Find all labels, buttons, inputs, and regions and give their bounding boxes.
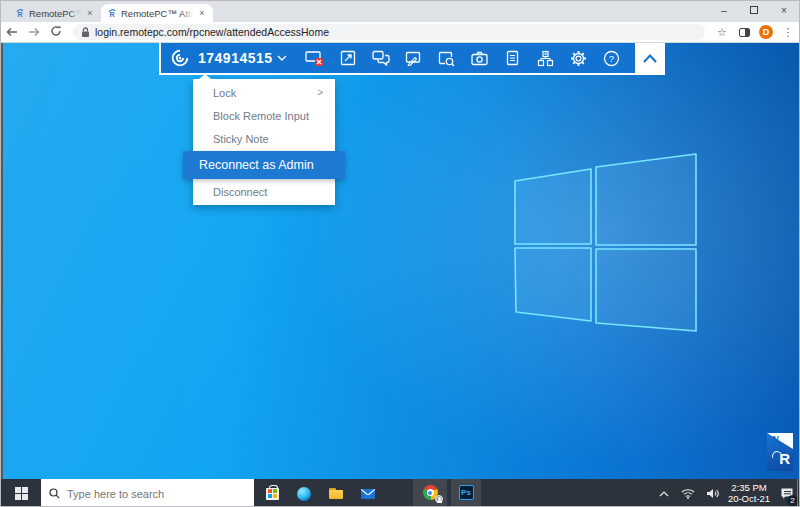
tray-expand-button[interactable] <box>653 479 675 507</box>
volume-button[interactable] <box>701 479 723 507</box>
address-bar: login.remotepc.com/rpcnew/attendedAccess… <box>1 22 799 43</box>
chrome-profile-badge <box>435 495 443 503</box>
wifi-icon <box>681 488 695 499</box>
action-center-button[interactable]: 2 <box>775 479 799 507</box>
svg-text:R: R <box>110 11 115 18</box>
help-icon: ? <box>603 50 620 67</box>
collapse-toolbar-button[interactable] <box>635 43 665 73</box>
chevron-up-icon <box>642 54 658 63</box>
mail-button[interactable] <box>353 479 383 507</box>
svg-text:R: R <box>18 11 23 18</box>
windows-taskbar: Ps 2:35 PM 20-Oct-21 2 <box>1 479 800 507</box>
tab-close-icon[interactable]: × <box>197 8 207 18</box>
windows-logo-icon <box>15 487 28 500</box>
chrome-button[interactable] <box>413 479 447 507</box>
edge-icon <box>297 487 311 501</box>
remote-deployment-button[interactable]: A <box>533 47 559 69</box>
taskbar-clock[interactable]: 2:35 PM 20-Oct-21 <box>725 479 773 507</box>
close-button[interactable]: × <box>769 1 799 19</box>
side-panel-button[interactable] <box>733 28 755 37</box>
tab-remotepc-attended[interactable]: R RemotePC™ Attended × <box>101 4 213 22</box>
chevron-down-icon <box>277 55 287 61</box>
clock-time: 2:35 PM <box>731 482 766 493</box>
lock-icon <box>81 27 90 38</box>
menu-item-block-remote-input[interactable]: Block Remote Input <box>193 104 335 127</box>
session-id: 174914515 <box>198 50 273 66</box>
mail-icon <box>361 489 375 499</box>
edge-button[interactable] <box>289 479 319 507</box>
menu-item-disconnect[interactable]: Disconnect <box>193 180 335 203</box>
reload-button[interactable] <box>45 23 67 41</box>
session-id-dropdown[interactable]: 174914515 <box>198 50 287 66</box>
photoshop-button[interactable]: Ps <box>451 479 481 507</box>
minimize-button[interactable]: – <box>709 1 739 19</box>
submenu-arrow-icon: > <box>317 87 323 98</box>
menu-item-reconnect-as-admin[interactable]: Reconnect as Admin <box>183 151 345 179</box>
microsoft-store-button[interactable] <box>257 479 287 507</box>
remotepc-watermark: N R <box>767 433 793 471</box>
svg-text:A: A <box>544 51 547 56</box>
search-input[interactable] <box>67 488 227 500</box>
browser-window: R RemotePC™ - Compu × R RemotePC™ Attend… <box>0 0 800 507</box>
menu-item-sticky-note[interactable]: Sticky Note <box>193 127 335 150</box>
tab-close-icon[interactable]: × <box>85 8 95 18</box>
whiteboard-icon <box>405 50 422 66</box>
file-explorer-button[interactable] <box>321 479 351 507</box>
notes-button[interactable] <box>500 47 526 69</box>
watermark-letter: R <box>779 450 790 467</box>
screenshot-camera-icon <box>471 51 488 66</box>
remotepc-toolbar-main: 174914515 <box>161 43 635 73</box>
screenshot-button[interactable] <box>467 47 493 69</box>
clock-date: 20-Oct-21 <box>728 493 770 504</box>
reload-icon <box>50 25 62 37</box>
maximize-icon <box>750 6 758 14</box>
stop-session-button[interactable] <box>302 47 328 69</box>
tab-title: RemotePC™ - Compu <box>29 8 81 19</box>
volume-icon <box>706 488 719 499</box>
notes-icon <box>506 50 519 66</box>
settings-gear-icon <box>570 50 587 67</box>
file-search-button[interactable] <box>434 47 460 69</box>
chat-button[interactable] <box>368 47 394 69</box>
forward-arrow-icon <box>28 27 40 37</box>
session-dropdown-menu: Lock > Block Remote Input Sticky Note Re… <box>193 79 335 205</box>
maximize-button[interactable] <box>739 1 769 19</box>
menu-item-lock[interactable]: Lock > <box>193 81 335 104</box>
back-arrow-icon <box>6 27 18 37</box>
remotepc-favicon: R <box>15 8 25 18</box>
scale-screen-button[interactable] <box>335 47 361 69</box>
system-tray: 2:35 PM 20-Oct-21 2 <box>653 479 800 507</box>
url-bar[interactable]: login.remotepc.com/rpcnew/attendedAccess… <box>73 24 705 40</box>
chat-icon <box>372 50 390 66</box>
tab-strip: R RemotePC™ - Compu × R RemotePC™ Attend… <box>1 1 799 22</box>
remotepc-favicon: R <box>107 8 117 18</box>
photoshop-icon: Ps <box>459 485 474 500</box>
whiteboard-button[interactable] <box>401 47 427 69</box>
side-panel-icon <box>739 28 750 37</box>
remote-desktop-viewport: 174914515 <box>1 43 800 479</box>
wifi-button[interactable] <box>677 479 699 507</box>
windows-wallpaper-logo <box>3 43 800 479</box>
remotepc-logo-icon <box>169 47 191 69</box>
url-text: login.remotepc.com/rpcnew/attendedAccess… <box>95 26 329 38</box>
remote-deployment-icon: A <box>537 50 554 67</box>
microsoft-store-icon <box>266 488 279 500</box>
start-button[interactable] <box>1 479 41 507</box>
remotepc-toolbar: 174914515 <box>159 43 665 75</box>
scale-screen-icon <box>340 50 356 66</box>
taskbar-search[interactable] <box>41 479 254 507</box>
back-button[interactable] <box>1 23 23 41</box>
file-search-icon <box>438 50 455 67</box>
help-button[interactable]: ? <box>599 47 625 69</box>
bookmark-star-icon[interactable]: ☆ <box>711 26 733 39</box>
settings-button[interactable] <box>566 47 592 69</box>
avatar: D <box>759 25 773 39</box>
profile-avatar[interactable]: D <box>755 25 777 39</box>
window-controls: – × <box>709 1 799 19</box>
browser-menu-kebab-icon[interactable]: ⋮ <box>777 26 799 39</box>
stop-session-icon <box>305 50 324 67</box>
forward-button[interactable] <box>23 23 45 41</box>
chevron-up-icon <box>659 491 669 497</box>
search-icon <box>49 488 60 499</box>
tab-remotepc-computers[interactable]: R RemotePC™ - Compu × <box>9 4 101 22</box>
